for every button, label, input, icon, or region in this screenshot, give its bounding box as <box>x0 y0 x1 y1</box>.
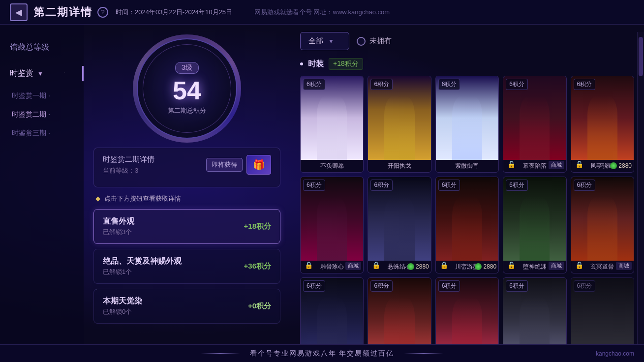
item-score: 6积分 <box>438 79 460 90</box>
bottombar: 看个号专业网易游戏八年 年交易额过百亿 kangchao.com <box>0 344 644 362</box>
section-title: 时装 <box>308 59 324 69</box>
list-item[interactable]: 6积分 🔒 商城 堕神绝渊 <box>503 177 566 273</box>
list-item[interactable]: 6积分 🔒 <box>435 277 499 344</box>
item-score: 6积分 <box>506 280 528 292</box>
list-item[interactable]: 6积分 🔒 2880 悬蛛结心 <box>368 177 431 273</box>
category-btn-direct[interactable]: 直售外观 已解锁3个 +18积分 <box>93 209 280 244</box>
bottombar-text: 看个号专业网易游戏八年 年交易额过百亿 <box>250 349 395 358</box>
watermark: 网易游戏就选看个号 网址：www.kangchao.com <box>254 0 390 25</box>
get-button[interactable]: 即将获得 <box>206 158 243 172</box>
filter-radio-label: 未拥有 <box>369 36 392 46</box>
list-item[interactable]: 6积分 🔒 <box>503 277 566 344</box>
category-title-dye: 本期天觉染 <box>103 296 142 306</box>
category-sub-direct: 已解锁3个 <box>103 228 134 237</box>
list-item[interactable]: 6积分 🔒 商城 幕夜陷落 <box>503 76 566 173</box>
list-item[interactable]: 6积分 <box>571 277 634 344</box>
item-score: 6积分 <box>574 280 596 292</box>
item-score: 6积分 <box>303 180 325 191</box>
sidebar-collection-level: 馆藏总等级 <box>0 34 84 60</box>
category-score-premium: +36积分 <box>244 262 271 271</box>
gem-icon <box>407 263 414 270</box>
left-panel: 3级 54 第二期总积分 时鉴赏二期详情 当前等级：3 即将获得 🎁 ◆ ◆ 点… <box>84 25 290 344</box>
price-value: 2880 <box>416 263 429 270</box>
reward-icon: 🎁 <box>246 155 271 175</box>
category-title-premium: 绝品、天赏及神赐外观 <box>103 256 182 267</box>
category-score-direct: +18积分 <box>244 222 271 231</box>
lock-icon: 🔒 <box>575 160 583 168</box>
item-name: 开阳执戈 <box>368 160 430 172</box>
item-score: 6积分 <box>574 180 596 191</box>
detail-card-subtitle: 当前等级：3 <box>103 166 154 175</box>
lock-icon: 🔒 <box>372 261 380 269</box>
shop-badge: 商城 <box>616 262 632 270</box>
shop-badge: 商城 <box>549 262 564 270</box>
shop-badge: 商城 <box>345 262 361 270</box>
hint-text: ◆ ◆ 点击下方按钮查看获取详情 点击下方按钮查看获取详情 <box>93 194 280 203</box>
price-value: 2880 <box>483 263 496 270</box>
main-content: 3级 54 第二期总积分 时鉴赏二期详情 当前等级：3 即将获得 🎁 ◆ ◆ 点… <box>84 25 644 344</box>
help-icon[interactable]: ? <box>97 7 108 18</box>
item-price: 2880 <box>610 162 632 169</box>
item-score: 6积分 <box>303 280 325 292</box>
scrollbar-track[interactable] <box>637 32 644 344</box>
category-sub-premium: 已解锁1个 <box>103 268 182 276</box>
sidebar-item-period2[interactable]: 时鉴赏二期 · <box>0 105 84 124</box>
lock-icon: 🔒 <box>305 261 313 269</box>
item-price: 2880 <box>475 263 496 270</box>
right-panel: 全部 ▼ 未拥有 时装 +18积分 6积分 <box>290 25 644 344</box>
item-score: 6积分 <box>506 79 528 90</box>
item-score: 6积分 <box>370 180 393 191</box>
list-item[interactable]: 6积分 开阳执戈 <box>368 76 431 173</box>
scrollbar-thumb[interactable] <box>639 37 643 76</box>
gem-icon <box>475 263 482 270</box>
sidebar-item-label: 时鉴赏 <box>10 68 33 79</box>
detail-card: 时鉴赏二期详情 当前等级：3 即将获得 🎁 <box>93 148 280 187</box>
item-score: 6积分 <box>438 280 460 292</box>
filter-radio-not-owned[interactable]: 未拥有 <box>357 36 392 46</box>
list-item[interactable]: 6积分 🔒 <box>300 277 364 344</box>
sidebar-item-period1[interactable]: 时鉴赏一期 · <box>0 87 84 105</box>
detail-card-title: 时鉴赏二期详情 <box>103 155 154 164</box>
list-item[interactable]: 6积分 不负卿愿 <box>300 76 364 173</box>
lock-icon: 🔒 <box>507 261 516 269</box>
item-score: 6积分 <box>303 79 325 90</box>
level-badge: 3级 <box>175 62 199 74</box>
lock-icon: 🔒 <box>440 261 448 269</box>
item-name: 紫微御宵 <box>436 160 498 172</box>
item-name: 不负卿愿 <box>301 160 363 172</box>
category-btn-dye[interactable]: 本期天觉染 已解锁0个 +0积分 <box>93 289 280 324</box>
chevron-down-icon: ▼ <box>328 38 334 45</box>
ring-inner: 3级 54 第二期总积分 <box>143 44 231 133</box>
sidebar-item-period3[interactable]: 时鉴赏三期 · <box>0 124 84 143</box>
time-range: 时间：2024年03月22日-2024年10月25日 <box>116 8 232 17</box>
bottombar-logo: kangchao.com <box>596 350 634 357</box>
item-score: 6积分 <box>574 79 596 90</box>
level-ring: 3级 54 第二期总积分 <box>133 34 241 143</box>
list-item[interactable]: 6积分 🔒 <box>368 277 431 344</box>
filter-bar: 全部 ▼ 未拥有 <box>300 32 634 50</box>
list-item[interactable]: 6积分 🔒 商城 玄冥道骨 <box>571 177 634 273</box>
level-label: 第二期总积分 <box>168 106 206 115</box>
list-item[interactable]: 6积分 🔒 2880 川峦游墨 <box>435 177 499 273</box>
category-score-dye: +0积分 <box>248 302 271 311</box>
section-header: 时装 +18积分 <box>300 58 634 70</box>
topbar: ◀ 第二期详情 ? 时间：2024年03月22日-2024年10月25日 网易游… <box>0 0 644 25</box>
lock-icon: 🔒 <box>507 160 516 168</box>
list-item[interactable]: 6积分 🔒 商城 雕骨琢心 <box>300 177 364 273</box>
divider-left <box>201 353 240 354</box>
sidebar-item-shijianshang[interactable]: 时鉴赏 ▼ <box>0 60 84 87</box>
list-item[interactable]: 6积分 紫微御宵 <box>435 76 499 173</box>
shop-badge: 商城 <box>549 161 564 169</box>
item-score: 6积分 <box>438 180 460 191</box>
item-score: 6积分 <box>506 180 528 191</box>
list-item[interactable]: 6积分 🔒 2880 凤亭骁野 <box>571 76 634 173</box>
section-dot <box>300 62 303 65</box>
filter-select[interactable]: 全部 ▼ <box>300 32 349 50</box>
price-value: 2880 <box>618 162 632 169</box>
filter-select-label: 全部 <box>308 36 323 46</box>
item-score: 6积分 <box>370 280 393 292</box>
back-button[interactable]: ◀ <box>10 3 28 21</box>
category-btn-premium[interactable]: 绝品、天赏及神赐外观 已解锁1个 +36积分 <box>93 249 280 284</box>
diamond-icon: ◆ <box>95 195 100 202</box>
gem-icon <box>610 162 617 169</box>
